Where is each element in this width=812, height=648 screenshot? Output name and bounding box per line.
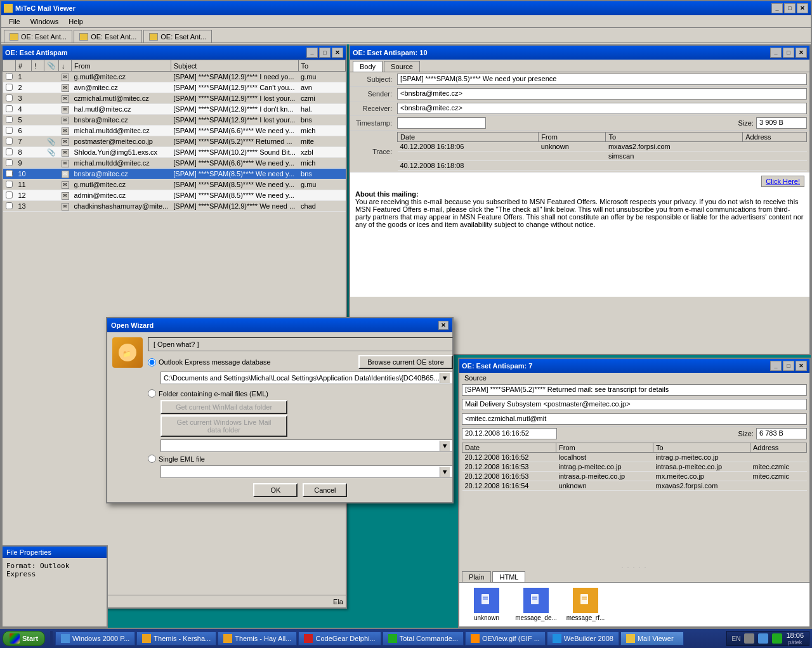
row-checkbox[interactable] — [3, 72, 16, 82]
ev10-close[interactable]: ✕ — [796, 48, 807, 58]
open-wizard-title-bar: Open Wizard ✕ — [107, 318, 452, 332]
ok-btn[interactable]: OK — [253, 483, 298, 497]
click-here-link[interactable]: Click Here! — [761, 176, 804, 187]
row-checkbox[interactable] — [3, 82, 16, 93]
col-flag[interactable]: ! — [32, 60, 44, 72]
app-icon — [4, 4, 13, 13]
taskbar-app-8[interactable]: Mail Viewer — [620, 632, 684, 645]
row-dir: ✉ — [59, 104, 72, 115]
row-num: 3 — [16, 93, 32, 104]
table-row[interactable]: 11 ✉ g.mutl@mitec.cz [SPAM] ****SPAM(8.5… — [3, 179, 346, 190]
ev10-tab-source[interactable]: Source — [384, 61, 420, 72]
taskbar-app-6[interactable]: OEView.gif (GIF ... — [465, 632, 546, 645]
col-to[interactable]: To — [298, 60, 345, 72]
table-row[interactable]: 8 📎 ✉ Shloda.Yuri@img51.exs.cx [SPAM] **… — [3, 147, 346, 158]
row-checkbox[interactable] — [3, 93, 16, 104]
ev10-maximize[interactable]: □ — [783, 48, 794, 58]
ev7-minimize[interactable]: _ — [770, 361, 782, 371]
app5-icon — [388, 634, 397, 643]
oe-path-row: C:\Documents and Settings\Michal\Local S… — [160, 372, 453, 384]
taskbar-app-3[interactable]: Themis - Hay All... — [218, 632, 297, 645]
ml-minimize[interactable]: _ — [306, 48, 318, 58]
ev7-maximize[interactable]: □ — [783, 361, 794, 371]
ev10-minimize[interactable]: _ — [770, 48, 782, 58]
start-button[interactable]: Start — [3, 631, 45, 646]
open-wizard-dialog: Open Wizard ✕ 📁 [ Open what? ] — [106, 317, 454, 503]
table-row[interactable]: 4 ✉ hal.mutl@mitec.cz [SPAM] ****SPAM(12… — [3, 104, 346, 115]
table-row[interactable]: 2 ✉ avn@mitec.cz [SPAM] ****SPAM(12.9)**… — [3, 82, 346, 93]
row-checkbox[interactable] — [3, 104, 16, 115]
table-row[interactable]: 12 ✉ admin@mitec.cz [SPAM] ****SPAM(8.5)… — [3, 190, 346, 201]
ml-close[interactable]: ✕ — [332, 48, 343, 58]
ev10-body-text: About this mailing: You are receiving th… — [355, 190, 804, 228]
single-radio[interactable] — [148, 455, 156, 463]
taskbar-app-5[interactable]: Total Commande... — [383, 632, 464, 645]
oe-radio[interactable] — [148, 358, 156, 366]
trace-row-1: 40.12.2008 16:18:06 unknown mxavas2.forp… — [398, 142, 807, 152]
ev7-tab-html[interactable]: HTML — [492, 571, 525, 582]
browse-oe-btn[interactable]: Browse current OE store — [358, 355, 452, 369]
tab-1[interactable]: OE: Eset Ant... — [4, 30, 72, 42]
col-attach[interactable]: 📎 — [44, 60, 59, 72]
cancel-btn[interactable]: Cancel — [303, 483, 347, 497]
ml-maximize[interactable]: □ — [319, 48, 331, 58]
oe-path-dropdown[interactable]: ▼ — [440, 373, 450, 383]
table-row[interactable]: 1 ✉ g.mutl@mitec.cz [SPAM] ****SPAM(12.9… — [3, 72, 346, 82]
row-dir: ✉ — [59, 136, 72, 147]
row-checkbox[interactable] — [3, 126, 16, 136]
ev7-trace-r3: 20.12.2008 16:16:53 intrasa.p-meitec.co.… — [462, 472, 807, 481]
row-checkbox[interactable] — [3, 169, 16, 179]
row-attach — [44, 126, 59, 136]
table-row[interactable]: 3 ✉ czmichal.mutl@mitec.cz [SPAM] ****SP… — [3, 93, 346, 104]
wizard-close[interactable]: ✕ — [438, 321, 449, 330]
row-attach — [44, 190, 59, 201]
table-row[interactable]: 9 ✉ michal.multdd@mitec.cz [SPAM] ****SP… — [3, 158, 346, 169]
tab-3[interactable]: OE: Eset Ant... — [143, 30, 212, 42]
trace-col-to: To — [606, 133, 743, 142]
row-checkbox[interactable] — [3, 147, 16, 158]
close-button[interactable]: ✕ — [797, 3, 808, 13]
table-row[interactable]: 7 📎 ✉ postmaster@meitec.co.jp [SPAM] ***… — [3, 136, 346, 147]
row-checkbox[interactable] — [3, 115, 16, 126]
col-num[interactable]: # — [16, 60, 32, 72]
col-dir[interactable]: ↓ — [59, 60, 72, 72]
folder-dropdown[interactable]: ▼ — [440, 441, 450, 451]
maximize-button[interactable]: □ — [784, 3, 796, 13]
row-to: g.mu — [298, 72, 345, 82]
folder-path-combo[interactable]: ▼ — [160, 439, 453, 452]
row-checkbox[interactable] — [3, 136, 16, 147]
col-from[interactable]: From — [72, 60, 171, 72]
taskbar-app-4[interactable]: CodeGear Delphi... — [298, 632, 381, 645]
menu-windows[interactable]: Windows — [25, 16, 64, 27]
table-row[interactable]: 6 ✉ michal.multdd@mitec.cz [SPAM] ****SP… — [3, 126, 346, 136]
ev7-sender-value: Mail Delivery Subsystem <postmaster@meit… — [462, 399, 807, 410]
menu-help[interactable]: Help — [63, 16, 88, 27]
taskbar-app-7[interactable]: WeBuilder 2008 — [547, 632, 619, 645]
svg-text:📁: 📁 — [122, 349, 131, 358]
oe-path-combo[interactable]: C:\Documents and Settings\Michal\Local S… — [160, 372, 453, 384]
taskbar-app-1[interactable]: Windows 2000 P... — [55, 632, 135, 645]
row-checkbox[interactable] — [3, 179, 16, 190]
row-from: bnsbra@mitec.cz — [72, 115, 171, 126]
ev10-tab-body[interactable]: Body — [353, 61, 383, 72]
menu-file[interactable]: File — [4, 16, 25, 27]
ev7-close[interactable]: ✕ — [796, 361, 807, 371]
ev7-tab-plain[interactable]: Plain — [462, 571, 491, 582]
single-path-combo[interactable]: ▼ — [160, 465, 453, 478]
table-row[interactable]: 10 ✉ bnsbra@mitec.cz [SPAM] ****SPAM(8.5… — [3, 169, 346, 179]
minimize-button[interactable]: _ — [771, 3, 783, 13]
table-row[interactable]: 5 ✉ bnsbra@mitec.cz [SPAM] ****SPAM(12.9… — [3, 115, 346, 126]
get-wlm-btn[interactable]: Get current Windows Live Mail data folde… — [160, 415, 287, 437]
single-dropdown[interactable]: ▼ — [440, 467, 450, 477]
taskbar-app-2[interactable]: Themis - Kersha... — [136, 632, 216, 645]
col-subject[interactable]: Subject — [171, 60, 298, 72]
tab-2[interactable]: OE: Eset Ant... — [74, 30, 142, 42]
ev10-size-label: Size: — [738, 119, 756, 127]
row-checkbox[interactable] — [3, 201, 16, 212]
row-checkbox[interactable] — [3, 190, 16, 201]
folder-radio[interactable] — [148, 389, 156, 398]
row-checkbox[interactable] — [3, 158, 16, 169]
taskbar-apps: Windows 2000 P... Themis - Kersha... The… — [55, 632, 726, 645]
get-winmail-btn[interactable]: Get current WinMail data folder — [160, 400, 287, 414]
table-row[interactable]: 13 ✉ chadkinshashamurray@mite... [SPAM] … — [3, 201, 346, 212]
